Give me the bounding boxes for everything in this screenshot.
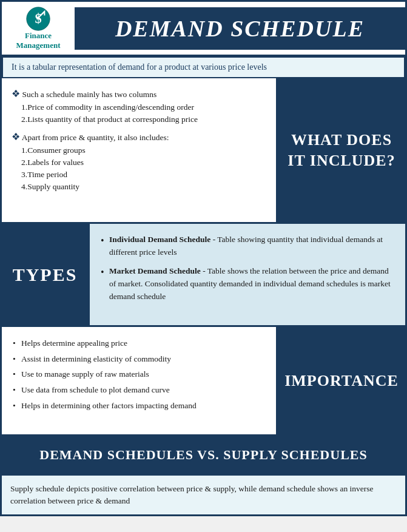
logo-text: Finance Management bbox=[16, 31, 61, 50]
types-left: TYPES bbox=[2, 224, 90, 325]
importance-item-1: Helps determine appealing price bbox=[13, 337, 265, 350]
importance-item-5: Helps in determining other factors impac… bbox=[13, 399, 265, 412]
what-sub-item-1: 1.Price of commodity in ascending/descen… bbox=[21, 101, 266, 113]
vs-title: DEMAND SCHEDULES VS. SUPPLY SCHEDULES bbox=[14, 446, 393, 464]
importance-left: Helps determine appealing priceAssist in… bbox=[2, 327, 278, 434]
what-sub-item-5: 3.Time period bbox=[21, 169, 266, 181]
importance-heading: IMPORTANCE bbox=[284, 372, 399, 390]
title-area: DEMAND SCHEDULE bbox=[75, 7, 405, 50]
importance-list: Helps determine appealing priceAssist in… bbox=[13, 337, 265, 412]
importance-right: IMPORTANCE bbox=[278, 327, 405, 434]
vs-heading-section: DEMAND SCHEDULES VS. SUPPLY SCHEDULES bbox=[2, 436, 405, 476]
importance-item-4: Use data from schedule to plot demand cu… bbox=[13, 383, 265, 397]
subtitle-bar: It is a tabular representation of demand… bbox=[2, 56, 405, 78]
section-what: ❖ Such a schedule mainly has two columns… bbox=[2, 78, 405, 224]
what-sub-item-4: 2.Labels for values bbox=[21, 157, 266, 169]
footer: Supply schedule depicts positive correla… bbox=[2, 476, 405, 515]
diamond-icon-2: ❖ bbox=[12, 132, 20, 142]
types-item-1-bold: Individual Demand Schedule bbox=[109, 235, 210, 244]
types-item-1: Individual Demand Schedule - Table showi… bbox=[101, 234, 394, 259]
page-wrapper: $ Finance Management DEMAND SCHEDULE It … bbox=[0, 0, 407, 516]
types-heading: TYPES bbox=[13, 264, 78, 285]
section-importance: Helps determine appealing priceAssist in… bbox=[2, 327, 405, 436]
what-list: ❖ Such a schedule mainly has two columns… bbox=[12, 87, 266, 194]
what-right: WHAT DOES IT INCLUDE? bbox=[278, 78, 405, 222]
what-heading: WHAT DOES IT INCLUDE? bbox=[288, 130, 395, 171]
types-item-2: Market Demand Schedule - Table shows the… bbox=[101, 265, 394, 303]
what-sublist-1: 1.Price of commodity in ascending/descen… bbox=[12, 101, 266, 126]
importance-item-2: Assist in determining elasticity of comm… bbox=[13, 352, 265, 366]
finance-logo-icon: $ bbox=[26, 7, 50, 31]
logo-area: $ Finance Management bbox=[2, 2, 75, 55]
types-list: Individual Demand Schedule - Table showi… bbox=[101, 234, 394, 303]
what-left: ❖ Such a schedule mainly has two columns… bbox=[2, 78, 278, 222]
types-right: Individual Demand Schedule - Table showi… bbox=[90, 224, 405, 325]
what-sub-item-6: 4.Supply quantity bbox=[21, 181, 266, 193]
main-title: DEMAND SCHEDULE bbox=[115, 15, 365, 42]
section-types: TYPES Individual Demand Schedule - Table… bbox=[2, 224, 405, 327]
importance-item-3: Use to manage supply of raw materials bbox=[13, 368, 265, 381]
header: $ Finance Management DEMAND SCHEDULE bbox=[2, 2, 405, 56]
what-sub-item-2: 2.Lists quantity of that product at corr… bbox=[21, 113, 266, 126]
diamond-icon-1: ❖ bbox=[12, 89, 20, 99]
what-sub-item-3: 1.Consumer groups bbox=[21, 144, 266, 157]
what-sublist-2: 1.Consumer groups 2.Labels for values 3.… bbox=[12, 144, 266, 194]
types-item-2-bold: Market Demand Schedule bbox=[109, 266, 201, 275]
